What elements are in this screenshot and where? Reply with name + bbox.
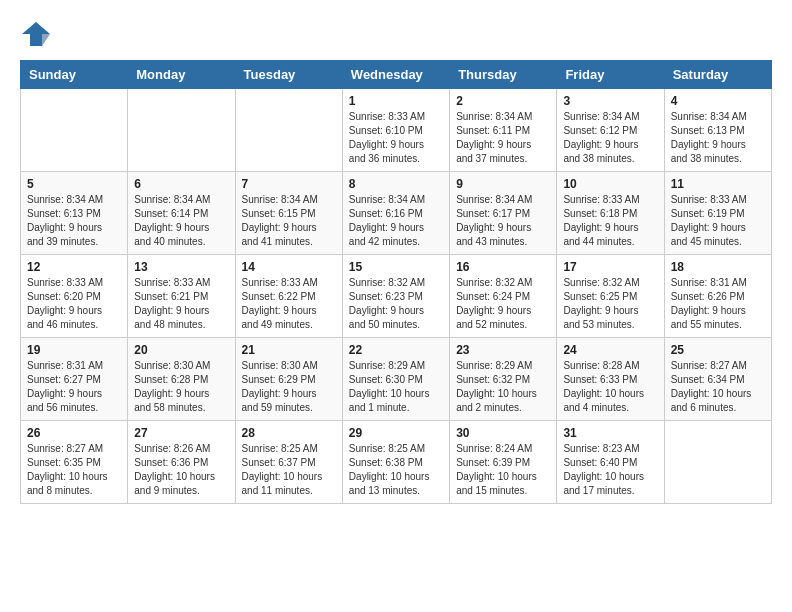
day-info: Sunrise: 8:25 AM Sunset: 6:37 PM Dayligh… — [242, 442, 336, 498]
calendar-cell: 29Sunrise: 8:25 AM Sunset: 6:38 PM Dayli… — [342, 421, 449, 504]
calendar-cell: 31Sunrise: 8:23 AM Sunset: 6:40 PM Dayli… — [557, 421, 664, 504]
calendar-cell: 1Sunrise: 8:33 AM Sunset: 6:10 PM Daylig… — [342, 89, 449, 172]
calendar-week-1: 1Sunrise: 8:33 AM Sunset: 6:10 PM Daylig… — [21, 89, 772, 172]
calendar-cell: 6Sunrise: 8:34 AM Sunset: 6:14 PM Daylig… — [128, 172, 235, 255]
day-info: Sunrise: 8:24 AM Sunset: 6:39 PM Dayligh… — [456, 442, 550, 498]
calendar-cell: 27Sunrise: 8:26 AM Sunset: 6:36 PM Dayli… — [128, 421, 235, 504]
calendar-cell: 4Sunrise: 8:34 AM Sunset: 6:13 PM Daylig… — [664, 89, 771, 172]
calendar-cell: 14Sunrise: 8:33 AM Sunset: 6:22 PM Dayli… — [235, 255, 342, 338]
day-info: Sunrise: 8:30 AM Sunset: 6:29 PM Dayligh… — [242, 359, 336, 415]
day-number: 8 — [349, 177, 443, 191]
day-number: 6 — [134, 177, 228, 191]
day-number: 10 — [563, 177, 657, 191]
day-number: 2 — [456, 94, 550, 108]
calendar-week-4: 19Sunrise: 8:31 AM Sunset: 6:27 PM Dayli… — [21, 338, 772, 421]
day-number: 31 — [563, 426, 657, 440]
day-number: 23 — [456, 343, 550, 357]
calendar-cell — [21, 89, 128, 172]
calendar-cell: 26Sunrise: 8:27 AM Sunset: 6:35 PM Dayli… — [21, 421, 128, 504]
calendar-cell: 19Sunrise: 8:31 AM Sunset: 6:27 PM Dayli… — [21, 338, 128, 421]
day-info: Sunrise: 8:32 AM Sunset: 6:23 PM Dayligh… — [349, 276, 443, 332]
calendar-cell: 22Sunrise: 8:29 AM Sunset: 6:30 PM Dayli… — [342, 338, 449, 421]
day-number: 15 — [349, 260, 443, 274]
calendar-header-row: SundayMondayTuesdayWednesdayThursdayFrid… — [21, 61, 772, 89]
header-monday: Monday — [128, 61, 235, 89]
day-number: 14 — [242, 260, 336, 274]
day-number: 12 — [27, 260, 121, 274]
day-number: 24 — [563, 343, 657, 357]
calendar-cell: 20Sunrise: 8:30 AM Sunset: 6:28 PM Dayli… — [128, 338, 235, 421]
calendar-cell — [664, 421, 771, 504]
day-number: 1 — [349, 94, 443, 108]
day-info: Sunrise: 8:34 AM Sunset: 6:14 PM Dayligh… — [134, 193, 228, 249]
day-info: Sunrise: 8:32 AM Sunset: 6:24 PM Dayligh… — [456, 276, 550, 332]
day-info: Sunrise: 8:33 AM Sunset: 6:21 PM Dayligh… — [134, 276, 228, 332]
day-info: Sunrise: 8:34 AM Sunset: 6:17 PM Dayligh… — [456, 193, 550, 249]
calendar-cell: 9Sunrise: 8:34 AM Sunset: 6:17 PM Daylig… — [450, 172, 557, 255]
header-friday: Friday — [557, 61, 664, 89]
calendar-cell: 24Sunrise: 8:28 AM Sunset: 6:33 PM Dayli… — [557, 338, 664, 421]
day-info: Sunrise: 8:34 AM Sunset: 6:13 PM Dayligh… — [27, 193, 121, 249]
day-info: Sunrise: 8:33 AM Sunset: 6:22 PM Dayligh… — [242, 276, 336, 332]
calendar-cell: 5Sunrise: 8:34 AM Sunset: 6:13 PM Daylig… — [21, 172, 128, 255]
calendar-cell — [235, 89, 342, 172]
header — [20, 20, 772, 44]
calendar-week-3: 12Sunrise: 8:33 AM Sunset: 6:20 PM Dayli… — [21, 255, 772, 338]
calendar-cell: 23Sunrise: 8:29 AM Sunset: 6:32 PM Dayli… — [450, 338, 557, 421]
day-info: Sunrise: 8:25 AM Sunset: 6:38 PM Dayligh… — [349, 442, 443, 498]
day-number: 11 — [671, 177, 765, 191]
header-sunday: Sunday — [21, 61, 128, 89]
day-info: Sunrise: 8:29 AM Sunset: 6:30 PM Dayligh… — [349, 359, 443, 415]
header-saturday: Saturday — [664, 61, 771, 89]
calendar-cell: 28Sunrise: 8:25 AM Sunset: 6:37 PM Dayli… — [235, 421, 342, 504]
header-thursday: Thursday — [450, 61, 557, 89]
calendar: SundayMondayTuesdayWednesdayThursdayFrid… — [20, 60, 772, 504]
day-info: Sunrise: 8:34 AM Sunset: 6:11 PM Dayligh… — [456, 110, 550, 166]
day-number: 20 — [134, 343, 228, 357]
logo-icon — [20, 20, 48, 44]
day-number: 29 — [349, 426, 443, 440]
calendar-cell: 3Sunrise: 8:34 AM Sunset: 6:12 PM Daylig… — [557, 89, 664, 172]
day-number: 7 — [242, 177, 336, 191]
svg-marker-1 — [42, 34, 50, 46]
day-info: Sunrise: 8:34 AM Sunset: 6:16 PM Dayligh… — [349, 193, 443, 249]
calendar-cell: 18Sunrise: 8:31 AM Sunset: 6:26 PM Dayli… — [664, 255, 771, 338]
day-number: 5 — [27, 177, 121, 191]
calendar-cell: 8Sunrise: 8:34 AM Sunset: 6:16 PM Daylig… — [342, 172, 449, 255]
day-info: Sunrise: 8:31 AM Sunset: 6:26 PM Dayligh… — [671, 276, 765, 332]
calendar-cell: 17Sunrise: 8:32 AM Sunset: 6:25 PM Dayli… — [557, 255, 664, 338]
day-number: 26 — [27, 426, 121, 440]
day-info: Sunrise: 8:34 AM Sunset: 6:13 PM Dayligh… — [671, 110, 765, 166]
calendar-cell: 2Sunrise: 8:34 AM Sunset: 6:11 PM Daylig… — [450, 89, 557, 172]
day-info: Sunrise: 8:32 AM Sunset: 6:25 PM Dayligh… — [563, 276, 657, 332]
calendar-cell: 10Sunrise: 8:33 AM Sunset: 6:18 PM Dayli… — [557, 172, 664, 255]
calendar-cell: 30Sunrise: 8:24 AM Sunset: 6:39 PM Dayli… — [450, 421, 557, 504]
day-info: Sunrise: 8:28 AM Sunset: 6:33 PM Dayligh… — [563, 359, 657, 415]
day-number: 18 — [671, 260, 765, 274]
day-info: Sunrise: 8:23 AM Sunset: 6:40 PM Dayligh… — [563, 442, 657, 498]
day-info: Sunrise: 8:34 AM Sunset: 6:15 PM Dayligh… — [242, 193, 336, 249]
day-number: 22 — [349, 343, 443, 357]
calendar-cell: 12Sunrise: 8:33 AM Sunset: 6:20 PM Dayli… — [21, 255, 128, 338]
day-info: Sunrise: 8:29 AM Sunset: 6:32 PM Dayligh… — [456, 359, 550, 415]
day-info: Sunrise: 8:33 AM Sunset: 6:19 PM Dayligh… — [671, 193, 765, 249]
calendar-cell: 21Sunrise: 8:30 AM Sunset: 6:29 PM Dayli… — [235, 338, 342, 421]
calendar-cell: 16Sunrise: 8:32 AM Sunset: 6:24 PM Dayli… — [450, 255, 557, 338]
day-number: 21 — [242, 343, 336, 357]
header-wednesday: Wednesday — [342, 61, 449, 89]
day-number: 13 — [134, 260, 228, 274]
day-info: Sunrise: 8:26 AM Sunset: 6:36 PM Dayligh… — [134, 442, 228, 498]
day-number: 17 — [563, 260, 657, 274]
day-number: 30 — [456, 426, 550, 440]
day-info: Sunrise: 8:30 AM Sunset: 6:28 PM Dayligh… — [134, 359, 228, 415]
day-info: Sunrise: 8:27 AM Sunset: 6:35 PM Dayligh… — [27, 442, 121, 498]
calendar-week-2: 5Sunrise: 8:34 AM Sunset: 6:13 PM Daylig… — [21, 172, 772, 255]
header-tuesday: Tuesday — [235, 61, 342, 89]
day-number: 16 — [456, 260, 550, 274]
day-number: 28 — [242, 426, 336, 440]
calendar-cell: 7Sunrise: 8:34 AM Sunset: 6:15 PM Daylig… — [235, 172, 342, 255]
day-number: 3 — [563, 94, 657, 108]
day-info: Sunrise: 8:34 AM Sunset: 6:12 PM Dayligh… — [563, 110, 657, 166]
day-info: Sunrise: 8:33 AM Sunset: 6:20 PM Dayligh… — [27, 276, 121, 332]
day-info: Sunrise: 8:33 AM Sunset: 6:18 PM Dayligh… — [563, 193, 657, 249]
